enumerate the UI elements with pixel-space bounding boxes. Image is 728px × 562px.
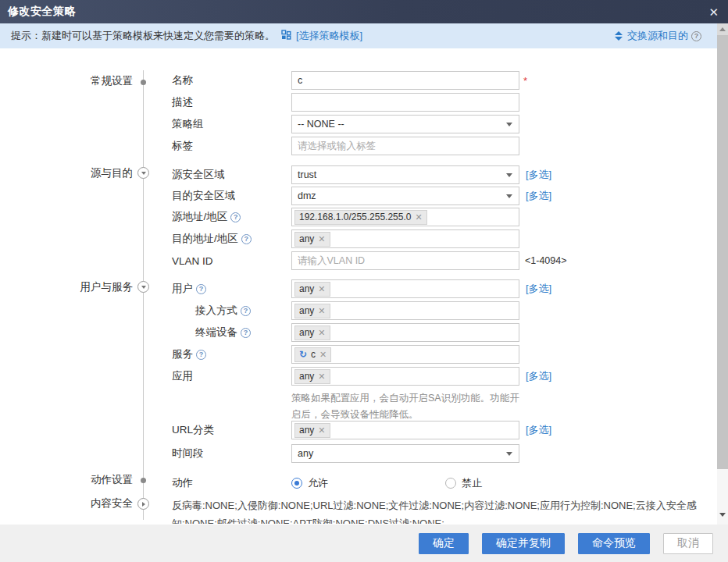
terminal-label-text: 终端设备 [195,325,237,340]
swap-source-dest[interactable]: 交换源和目的 ? [615,29,701,43]
scroll-up-icon[interactable] [717,23,728,35]
remove-tag-icon[interactable]: ✕ [319,349,327,361]
remove-tag-icon[interactable]: ✕ [318,425,325,436]
ok-and-copy-button[interactable]: 确定并复制 [482,533,565,554]
application-chip: any ✕ [294,369,330,384]
help-icon[interactable]: ? [241,306,251,316]
remove-tag-icon[interactable]: ✕ [318,283,325,295]
vlan-range-hint: <1-4094> [525,255,567,266]
cancel-button[interactable]: 取消 [663,533,713,554]
access-mode-label: 接入方式 ? [195,304,291,318]
vlan-label: VLAN ID [172,255,291,267]
hint-text: 提示：新建时可以基于策略模板来快速定义您需要的策略。 [11,29,275,43]
swap-label: 交换源和目的 [627,29,688,43]
description-input[interactable] [291,93,519,112]
help-icon[interactable]: ? [241,328,251,338]
terminal-row: 终端设备 ? any ✕ [172,323,519,342]
url-category-row: URL分类 any ✕ [多选] [172,421,551,439]
vlan-input[interactable] [291,251,519,270]
dst-addr-row: 目的地址/地区 ? any ✕ [172,229,519,248]
time-range-select[interactable]: any [291,444,519,463]
service-tagbox[interactable]: ↻ c ✕ [291,345,519,364]
name-row: 名称 * [172,71,527,90]
remove-tag-icon[interactable]: ✕ [318,327,325,339]
url-category-tagbox[interactable]: any ✕ [291,421,519,439]
action-row: 动作 允许 禁止 [172,474,482,493]
dst-zone-label: 目的安全区域 [172,189,291,203]
required-asterisk: * [523,75,527,87]
chevron-down-icon [506,123,512,126]
dst-zone-value: dmz [298,190,316,201]
scroll-down-icon[interactable] [718,506,727,520]
dialog-title: 修改安全策略 [8,5,76,19]
src-addr-label-text: 源地址/地区 [172,210,227,224]
section-user-service-collapse-icon[interactable] [137,281,149,293]
help-icon[interactable]: ? [196,284,206,294]
tag-row: 标签 [172,137,519,155]
src-addr-tagbox[interactable]: 192.168.1.0/255.255.255.0 ✕ [291,208,519,226]
url-category-chip-text: any [299,425,314,436]
deny-radio-label[interactable]: 禁止 [462,476,482,490]
dst-zone-select[interactable]: dmz [291,187,519,205]
user-row: 用户 ? any ✕ [多选] [172,279,551,298]
vertical-scrollbar[interactable] [717,23,728,525]
access-mode-label-text: 接入方式 [195,304,237,318]
allow-radio[interactable] [291,478,302,489]
description-label: 描述 [172,95,291,109]
terminal-chip: any ✕ [294,325,330,340]
select-policy-template-link[interactable]: [选择策略模板] [296,29,362,43]
dst-zone-multi-link[interactable]: [多选] [526,189,551,203]
policy-form: 常规设置 源与目的 用户与服务 动作设置 内容安全 名称 * 描述 策略组 --… [0,48,717,525]
remove-tag-icon[interactable]: ✕ [318,371,325,382]
service-icon: ↻ [299,350,307,359]
dst-zone-row: 目的安全区域 dmz [多选] [172,187,551,205]
src-addr-chip-text: 192.168.1.0/255.255.255.0 [299,212,411,223]
terminal-tagbox[interactable]: any ✕ [291,323,519,342]
command-preview-button[interactable]: 命令预览 [578,533,650,554]
dst-addr-tagbox[interactable]: any ✕ [291,229,519,248]
help-icon[interactable]: ? [196,350,206,360]
close-icon[interactable]: ✕ [708,6,719,18]
access-mode-tagbox[interactable]: any ✕ [291,301,519,320]
user-multi-link[interactable]: [多选] [526,282,551,296]
dialog-footer: 确定 确定并复制 命令预览 取消 [0,525,728,562]
section-content-expand-icon[interactable] [137,498,149,510]
application-tagbox[interactable]: any ✕ [291,367,519,386]
remove-tag-icon[interactable]: ✕ [318,233,325,245]
chevron-down-icon [506,194,512,198]
src-addr-label: 源地址/地区 ? [172,210,291,224]
remove-tag-icon[interactable]: ✕ [318,305,325,317]
application-multi-link[interactable]: [多选] [526,369,551,383]
src-zone-select[interactable]: trust [291,165,519,184]
dst-addr-label-text: 目的地址/地区 [172,232,238,246]
help-icon[interactable]: ? [691,31,701,41]
section-rail [143,70,144,520]
src-zone-row: 源安全区域 trust [多选] [172,165,551,184]
help-icon[interactable]: ? [241,234,252,244]
dst-addr-label: 目的地址/地区 ? [172,232,291,246]
hint-bar: 提示：新建时可以基于策略模板来快速定义您需要的策略。 [选择策略模板] 交换源和… [0,23,717,48]
help-icon[interactable]: ? [230,212,241,222]
src-addr-chip: 192.168.1.0/255.255.255.0 ✕ [294,210,427,225]
tag-input[interactable] [291,137,519,155]
name-input[interactable] [291,71,519,90]
deny-radio[interactable] [445,478,456,489]
user-tagbox[interactable]: any ✕ [291,279,519,298]
policy-group-select[interactable]: -- NONE -- [291,115,519,133]
section-action: 动作设置 [0,473,133,487]
section-source-dest-collapse-icon[interactable] [137,167,149,179]
allow-radio-label[interactable]: 允许 [308,476,328,490]
section-general-dot [141,80,146,85]
application-chip-text: any [299,371,314,382]
section-general: 常规设置 [0,74,133,88]
terminal-chip-text: any [299,327,314,339]
modify-security-policy-dialog: 修改安全策略 ✕ 提示：新建时可以基于策略模板来快速定义您需要的策略。 [选择策… [0,0,728,562]
scrollbar-thumb[interactable] [717,35,728,469]
src-zone-multi-link[interactable]: [多选] [526,168,551,182]
ok-button[interactable]: 确定 [419,533,469,554]
dialog-titlebar: 修改安全策略 ✕ [0,0,728,23]
content-security-summary: 反病毒:NONE;入侵防御:NONE;URL过滤:NONE;文件过滤:NONE;… [172,496,700,524]
url-category-multi-link[interactable]: [多选] [526,423,551,437]
tag-label: 标签 [172,139,291,153]
remove-tag-icon[interactable]: ✕ [415,212,422,223]
